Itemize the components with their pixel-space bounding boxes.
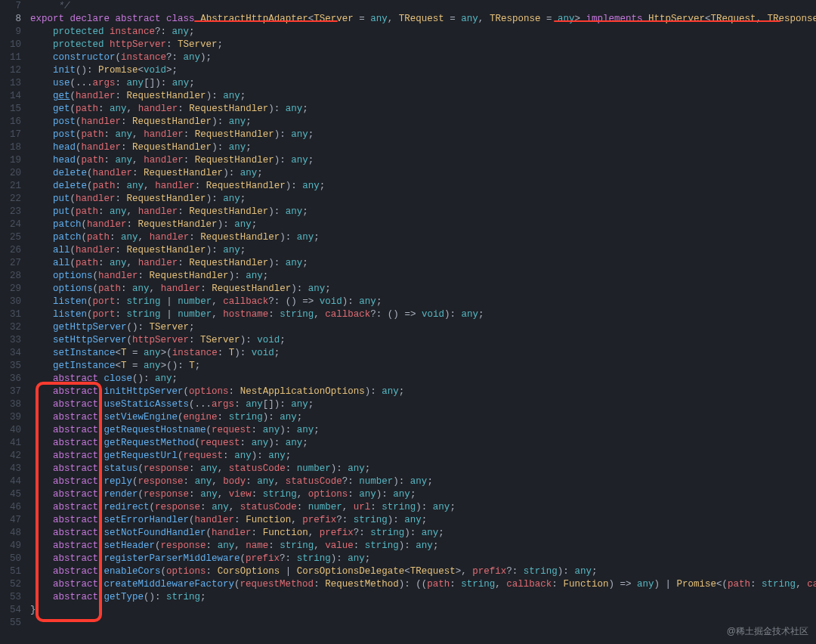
code-line[interactable]: all(path: any, handler: RequestHandler):… (30, 257, 816, 270)
line-number: 24 (0, 218, 21, 231)
code-line[interactable]: options(path: any, handler: RequestHandl… (30, 283, 816, 296)
line-number: 42 (0, 450, 21, 463)
line-number: 8 (0, 13, 21, 26)
code-line[interactable]: delete(path: any, handler: RequestHandle… (30, 180, 816, 193)
code-line[interactable]: abstract getRequestUrl(request: any): an… (30, 450, 816, 463)
code-line[interactable]: abstract enableCors(options: CorsOptions… (30, 565, 816, 578)
code-line[interactable]: getInstance<T = any>(): T; (30, 360, 816, 373)
line-number: 30 (0, 296, 21, 308)
code-line[interactable]: abstract setNotFoundHandler(handler: Fun… (30, 527, 816, 540)
code-line[interactable]: abstract createMiddlewareFactory(request… (30, 578, 816, 591)
code-line[interactable]: head(path: any, handler: RequestHandler)… (30, 154, 816, 167)
line-number: 29 (0, 283, 21, 296)
line-number: 10 (0, 39, 21, 51)
code-line[interactable]: put(handler: RequestHandler): any; (30, 193, 816, 206)
line-number: 31 (0, 308, 21, 321)
code-line[interactable]: abstract render(response: any, view: str… (30, 488, 816, 501)
line-number: 37 (0, 385, 21, 398)
line-number: 54 (0, 604, 21, 617)
line-number: 21 (0, 180, 21, 193)
code-line[interactable]: export declare abstract class AbstractHt… (30, 13, 816, 26)
code-line[interactable]: all(handler: RequestHandler): any; (30, 244, 816, 257)
line-number: 25 (0, 231, 21, 244)
line-number: 14 (0, 90, 21, 103)
code-line[interactable]: options(handler: RequestHandler): any; (30, 270, 816, 283)
code-line[interactable]: } (30, 604, 816, 617)
code-line[interactable]: abstract setHeader(response: any, name: … (30, 540, 816, 553)
code-line[interactable]: abstract setErrorHandler(handler: Functi… (30, 514, 816, 527)
line-number: 26 (0, 244, 21, 257)
code-line[interactable]: init(): Promise<void>; (30, 64, 816, 77)
code-line[interactable]: delete(handler: RequestHandler): any; (30, 167, 816, 180)
code-line[interactable]: abstract useStaticAssets(...args: any[])… (30, 398, 816, 411)
code-editor[interactable]: 7891011121314151617181920212223242526272… (0, 0, 816, 644)
line-number: 18 (0, 141, 21, 154)
line-number: 23 (0, 206, 21, 218)
line-number: 39 (0, 411, 21, 424)
line-number: 13 (0, 77, 21, 90)
line-number: 34 (0, 347, 21, 360)
line-number: 20 (0, 167, 21, 180)
line-number: 35 (0, 360, 21, 373)
line-number: 45 (0, 488, 21, 501)
code-line[interactable]: abstract getType(): string; (30, 591, 816, 604)
code-line[interactable]: */ (30, 0, 816, 13)
line-number: 27 (0, 257, 21, 270)
code-line[interactable]: constructor(instance?: any); (30, 51, 816, 64)
code-line[interactable]: setHttpServer(httpServer: TServer): void… (30, 334, 816, 347)
code-line[interactable]: abstract registerParserMiddleware(prefix… (30, 553, 816, 565)
line-number: 50 (0, 553, 21, 565)
code-line[interactable]: abstract getRequestHostname(request: any… (30, 424, 816, 437)
watermark-text: @稀土掘金技术社区 (727, 625, 808, 638)
line-number: 32 (0, 321, 21, 334)
line-number: 33 (0, 334, 21, 347)
code-line[interactable]: post(handler: RequestHandler): any; (30, 116, 816, 128)
code-line[interactable]: protected instance?: any; (30, 26, 816, 39)
code-line[interactable]: abstract close(): any; (30, 373, 816, 385)
line-number: 12 (0, 64, 21, 77)
code-line[interactable]: getHttpServer(): TServer; (30, 321, 816, 334)
code-line[interactable]: abstract setViewEngine(engine: string): … (30, 411, 816, 424)
code-line[interactable]: post(path: any, handler: RequestHandler)… (30, 128, 816, 141)
line-number: 51 (0, 565, 21, 578)
code-line[interactable]: abstract getRequestMethod(request: any):… (30, 437, 816, 450)
line-number: 17 (0, 128, 21, 141)
code-line[interactable]: protected httpServer: TServer; (30, 39, 816, 51)
line-number: 19 (0, 154, 21, 167)
code-line[interactable]: patch(handler: RequestHandler): any; (30, 218, 816, 231)
line-number: 9 (0, 26, 21, 39)
code-line[interactable]: abstract reply(response: any, body: any,… (30, 475, 816, 488)
line-number: 22 (0, 193, 21, 206)
line-number: 11 (0, 51, 21, 64)
line-number: 52 (0, 578, 21, 591)
line-number: 49 (0, 540, 21, 553)
line-number: 40 (0, 424, 21, 437)
line-number: 53 (0, 591, 21, 604)
code-line[interactable]: use(...args: any[]): any; (30, 77, 816, 90)
code-line[interactable]: abstract redirect(response: any, statusC… (30, 501, 816, 514)
code-line[interactable]: get(path: any, handler: RequestHandler):… (30, 103, 816, 116)
code-line[interactable]: head(handler: RequestHandler): any; (30, 141, 816, 154)
line-number-gutter: 7891011121314151617181920212223242526272… (0, 0, 26, 644)
code-line[interactable]: patch(path: any, handler: RequestHandler… (30, 231, 816, 244)
line-number: 44 (0, 475, 21, 488)
line-number: 41 (0, 437, 21, 450)
line-number: 36 (0, 373, 21, 385)
code-line[interactable]: setInstance<T = any>(instance: T): void; (30, 347, 816, 360)
code-line[interactable]: listen(port: string | number, callback?:… (30, 296, 816, 308)
line-number: 47 (0, 514, 21, 527)
code-line[interactable]: get(handler: RequestHandler): any; (30, 90, 816, 103)
code-line[interactable]: put(path: any, handler: RequestHandler):… (30, 206, 816, 218)
line-number: 38 (0, 398, 21, 411)
line-number: 55 (0, 617, 21, 630)
code-line[interactable] (30, 617, 816, 630)
line-number: 7 (0, 0, 21, 13)
line-number: 43 (0, 463, 21, 475)
line-number: 15 (0, 103, 21, 116)
code-line[interactable]: listen(port: string | number, hostname: … (30, 308, 816, 321)
line-number: 46 (0, 501, 21, 514)
line-number: 28 (0, 270, 21, 283)
code-area[interactable]: */export declare abstract class Abstract… (26, 0, 816, 644)
code-line[interactable]: abstract initHttpServer(options: NestApp… (30, 385, 816, 398)
code-line[interactable]: abstract status(response: any, statusCod… (30, 463, 816, 475)
